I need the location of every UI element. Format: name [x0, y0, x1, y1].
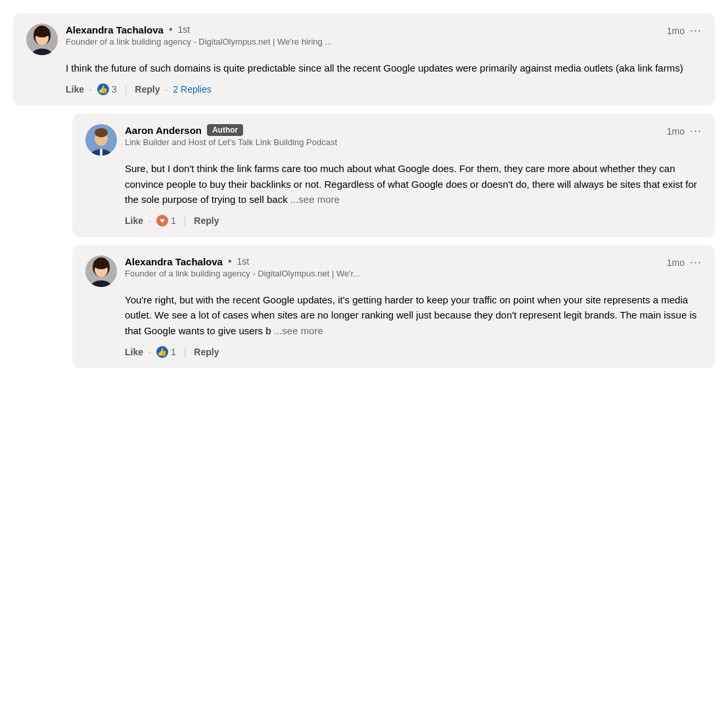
separator-dot: · — [89, 84, 92, 95]
reply-button[interactable]: Reply — [135, 84, 160, 95]
comment-actions: Like · 👍1|Reply — [125, 346, 702, 358]
comment-timestamp-area: 1mo··· — [667, 124, 702, 138]
comment-timestamp-area: 1mo··· — [667, 255, 702, 269]
like-button[interactable]: Like — [66, 84, 84, 95]
comment-body: I think the future of such domains is qu… — [66, 60, 702, 76]
like-count-number: 3 — [112, 84, 117, 95]
name-row: Aaron AndersonAuthor — [125, 124, 337, 136]
name-row: Alexandra Tachalova•1st — [125, 255, 360, 267]
comment-header: Alexandra Tachalova•1stFounder of a link… — [26, 24, 702, 55]
more-options-button[interactable]: ··· — [690, 24, 702, 37]
action-separator: | — [184, 215, 187, 226]
comment-header-left: Alexandra Tachalova•1stFounder of a link… — [26, 24, 332, 55]
comment-header-left: Aaron AndersonAuthorLink Builder and Hos… — [85, 124, 337, 156]
like-reaction-icon: 👍 — [156, 346, 168, 358]
avatar[interactable] — [85, 124, 117, 156]
comment-card: Alexandra Tachalova•1stFounder of a link… — [13, 13, 715, 106]
degree-separator: • — [169, 24, 173, 35]
separator-dot: · — [148, 215, 151, 226]
separator-dot: · — [148, 347, 151, 357]
degree-badge: 1st — [237, 256, 250, 267]
svg-rect-7 — [100, 149, 102, 156]
like-reaction-icon: 👍 — [97, 83, 109, 95]
degree-separator: • — [228, 255, 232, 267]
heart-reaction-icon: ♥ — [156, 215, 168, 227]
author-badge: Author — [207, 124, 243, 136]
comment-thread: Alexandra Tachalova•1stFounder of a link… — [13, 13, 715, 368]
user-name[interactable]: Alexandra Tachalova — [125, 256, 223, 267]
comment-actions: Like · 👍3|Reply · 2 Replies — [66, 83, 702, 95]
like-button[interactable]: Like — [125, 347, 143, 357]
svg-point-14 — [93, 259, 109, 269]
see-more-button[interactable]: ...see more — [271, 325, 323, 336]
comment-header-left: Alexandra Tachalova•1stFounder of a link… — [85, 255, 360, 287]
comment-body: Sure, but I don't think the link farms c… — [125, 161, 702, 207]
see-more-button[interactable]: ...see more — [288, 194, 340, 205]
avatar[interactable] — [85, 255, 117, 287]
comment-timestamp-area: 1mo··· — [667, 24, 702, 37]
user-subtitle: Link Builder and Host of Let's Talk Link… — [125, 137, 337, 147]
replies-count[interactable]: 2 Replies — [173, 84, 211, 95]
like-count-number: 1 — [171, 347, 176, 357]
comment-header: Alexandra Tachalova•1stFounder of a link… — [85, 255, 702, 287]
action-separator: | — [125, 84, 127, 95]
svg-point-4 — [34, 27, 50, 37]
more-options-button[interactable]: ··· — [690, 255, 702, 269]
avatar[interactable] — [26, 24, 58, 55]
svg-point-9 — [95, 128, 108, 137]
user-name[interactable]: Aaron Anderson — [125, 125, 202, 136]
like-count-number: 1 — [171, 215, 176, 226]
comment-timestamp: 1mo — [667, 257, 685, 268]
user-info: Aaron AndersonAuthorLink Builder and Hos… — [125, 124, 337, 147]
reply-button[interactable]: Reply — [194, 347, 219, 357]
comment-body: You're right, but with the recent Google… — [125, 292, 702, 338]
more-options-button[interactable]: ··· — [690, 124, 702, 138]
like-button[interactable]: Like — [125, 215, 143, 226]
user-name[interactable]: Alexandra Tachalova — [66, 24, 164, 35]
like-count: 👍3 — [97, 83, 117, 95]
comment-header: Aaron AndersonAuthorLink Builder and Hos… — [85, 124, 702, 156]
user-info: Alexandra Tachalova•1stFounder of a link… — [66, 24, 332, 47]
comment-actions: Like · ♥1|Reply — [125, 215, 702, 227]
degree-badge: 1st — [178, 24, 191, 35]
comment-timestamp: 1mo — [667, 26, 685, 36]
like-count: ♥1 — [156, 215, 176, 227]
user-subtitle: Founder of a link building agency - Digi… — [66, 37, 332, 47]
name-row: Alexandra Tachalova•1st — [66, 24, 332, 35]
user-subtitle: Founder of a link building agency - Digi… — [125, 269, 360, 278]
reply-button[interactable]: Reply — [194, 215, 219, 226]
comment-card: Alexandra Tachalova•1stFounder of a link… — [72, 245, 715, 368]
user-info: Alexandra Tachalova•1stFounder of a link… — [125, 255, 360, 278]
like-count: 👍1 — [156, 346, 176, 358]
comment-card: Aaron AndersonAuthorLink Builder and Hos… — [72, 114, 715, 237]
comment-timestamp: 1mo — [667, 126, 685, 137]
separator-dot-2: · — [165, 84, 168, 95]
action-separator: | — [184, 347, 187, 357]
